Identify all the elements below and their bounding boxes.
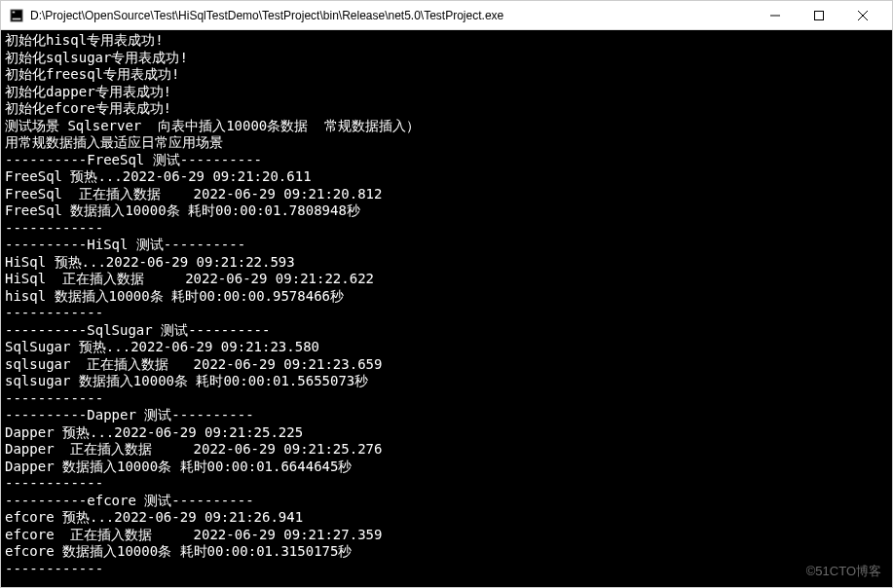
svg-rect-1 (13, 11, 16, 13)
window-controls (753, 2, 884, 29)
minimize-button[interactable] (753, 2, 797, 29)
console-line: efcore 数据插入10000条 耗时00:00:01.3150175秒 (5, 543, 888, 561)
console-line: FreeSql 数据插入10000条 耗时00:00:01.7808948秒 (5, 202, 888, 220)
console-line: ------------ (5, 561, 888, 578)
console-line: 初始化sqlsugar专用表成功! (5, 50, 888, 67)
console-line: sqlsugar 数据插入10000条 耗时00:00:01.5655073秒 (5, 373, 888, 390)
window-title: D:\Project\OpenSource\Test\HiSqlTestDemo… (30, 9, 753, 22)
console-line: SqlSugar 预热...2022-06-29 09:21:23.580 (5, 339, 888, 356)
console-line: 初始化hisql专用表成功! (5, 32, 888, 50)
console-line: 初始化dapper专用表成功! (5, 84, 888, 101)
console-line: 初始化efcore专用表成功! (5, 100, 888, 118)
console-line: HiSql 预热...2022-06-29 09:21:22.593 (5, 254, 888, 272)
close-button[interactable] (840, 2, 884, 29)
console-output[interactable]: 初始化hisql专用表成功!初始化sqlsugar专用表成功!初始化freesq… (1, 30, 892, 587)
console-line: Dapper 数据插入10000条 耗时00:00:01.6644645秒 (5, 459, 888, 476)
app-icon (9, 8, 24, 23)
console-line: 初始化freesql专用表成功! (5, 66, 888, 84)
app-window: D:\Project\OpenSource\Test\HiSqlTestDemo… (0, 0, 893, 588)
console-line: sqlsugar 正在插入数据 2022-06-29 09:21:23.659 (5, 356, 888, 374)
console-line: HiSql 正在插入数据 2022-06-29 09:21:22.622 (5, 271, 888, 288)
console-line: ----------Dapper 测试---------- (5, 407, 888, 424)
console-line: hisql 数据插入10000条 耗时00:00:00.9578466秒 (5, 288, 888, 306)
maximize-button[interactable] (797, 2, 840, 29)
console-line: FreeSql 正在插入数据 2022-06-29 09:21:20.812 (5, 186, 888, 203)
console-line: 测试场景 Sqlserver 向表中插入10000条数据 常规数据插入） (5, 118, 888, 135)
console-line: ----------HiSql 测试---------- (5, 237, 888, 254)
console-line: ------------ (5, 390, 888, 408)
svg-rect-2 (13, 18, 21, 19)
console-line: 用常规数据插入最适应日常应用场景 (5, 134, 888, 152)
console-line: ------------ (5, 475, 888, 493)
titlebar[interactable]: D:\Project\OpenSource\Test\HiSqlTestDemo… (1, 1, 892, 30)
console-line: ------------ (5, 220, 888, 238)
console-line: FreeSql 预热...2022-06-29 09:21:20.611 (5, 168, 888, 186)
console-line: Dapper 预热...2022-06-29 09:21:25.225 (5, 424, 888, 442)
console-line: ----------efcore 测试---------- (5, 493, 888, 510)
console-line: efcore 预热...2022-06-29 09:21:26.941 (5, 509, 888, 527)
console-line: Dapper 正在插入数据 2022-06-29 09:21:25.276 (5, 441, 888, 459)
console-line: ------------ (5, 305, 888, 322)
console-line: efcore 正在插入数据 2022-06-29 09:21:27.359 (5, 527, 888, 544)
console-line: ----------FreeSql 测试---------- (5, 152, 888, 169)
svg-rect-4 (814, 11, 823, 19)
console-line: ----------SqlSugar 测试---------- (5, 322, 888, 340)
